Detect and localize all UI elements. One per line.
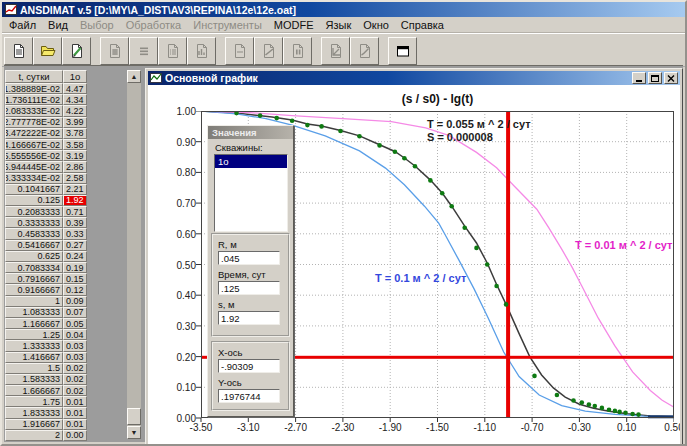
cell-value[interactable]: 0.01 [63, 419, 87, 430]
table-row[interactable]: 1.4166670.03 [5, 352, 87, 363]
table-row[interactable]: 1.750.01 [5, 396, 87, 407]
cell-time[interactable]: 1.166667 [5, 318, 63, 329]
table-row[interactable]: 1.0833330.07 [5, 307, 87, 318]
cell-value[interactable]: 0.24 [63, 251, 87, 262]
cell-value[interactable]: 0.00 [63, 430, 87, 441]
table-row[interactable]: 1.1666670.05 [5, 318, 87, 329]
cell-value[interactable]: 0.02 [63, 385, 87, 396]
values-panel-title[interactable]: Значения [208, 126, 293, 139]
scroll-up-icon[interactable]: ▲ [127, 70, 141, 83]
cell-value[interactable]: 0.33 [63, 228, 87, 239]
cell-time[interactable]: 2.777778E-02 [5, 117, 63, 128]
cell-time[interactable]: 5.555556E-02 [5, 150, 63, 161]
cell-time[interactable]: 0.3333333 [5, 217, 63, 228]
menu-item-Справка[interactable]: Справка [395, 18, 450, 32]
cell-value-selected[interactable]: 1.92 [63, 195, 87, 206]
cell-time[interactable]: 1.583333 [5, 374, 63, 385]
cell-value[interactable]: 0.04 [63, 329, 87, 340]
cell-time[interactable]: 1.833333 [5, 407, 63, 418]
edit-pencil-button[interactable] [62, 37, 91, 65]
cell-value[interactable]: 2.21 [63, 184, 87, 195]
y-axis-field[interactable] [218, 389, 280, 403]
table-row[interactable]: 1.9166670.01 [5, 419, 87, 430]
menu-item-MODFE[interactable]: MODFE [268, 18, 320, 32]
cell-value[interactable]: 0.19 [63, 262, 87, 273]
table-row[interactable]: 1.3333330.03 [5, 340, 87, 351]
cell-value[interactable]: 0.27 [63, 240, 87, 251]
cell-value[interactable]: 2.58 [63, 173, 87, 184]
table-row[interactable]: 4.166667E-023.58 [5, 139, 87, 150]
table-row[interactable]: 1.388889E-024.47 [5, 83, 87, 94]
table-row[interactable]: 0.54166670.27 [5, 240, 87, 251]
cell-time[interactable]: 0.7916667 [5, 273, 63, 284]
cell-time[interactable]: 0.2083333 [5, 206, 63, 217]
s-field[interactable] [218, 311, 280, 325]
table-row[interactable]: 2.083333E-024.22 [5, 105, 87, 116]
cell-value[interactable]: 0.02 [63, 374, 87, 385]
menu-item-Окно[interactable]: Окно [357, 18, 395, 32]
cell-time[interactable]: 1.916667 [5, 419, 63, 430]
column-header-time[interactable]: t, сутки [5, 70, 63, 83]
cell-time[interactable]: 0.625 [5, 251, 63, 262]
menu-item-Вид[interactable]: Вид [42, 18, 74, 32]
cell-value[interactable]: 4.22 [63, 105, 87, 116]
cell-time[interactable]: 0.9166667 [5, 284, 63, 295]
table-row[interactable]: 20.00 [5, 430, 87, 441]
app-titlebar[interactable]: ANSDIMAT v.5 [D:\MY\A_DIST\AV3\REPINA\12… [2, 2, 685, 17]
well-list-item[interactable]: 1o [215, 155, 287, 168]
table-row[interactable]: 0.6250.24 [5, 251, 87, 262]
close-icon[interactable] [664, 72, 678, 84]
cell-time[interactable]: 1.75 [5, 396, 63, 407]
cell-time[interactable]: 1.666667 [5, 385, 63, 396]
cell-time[interactable]: 1.083333 [5, 307, 63, 318]
table-row[interactable]: 6.944445E-022.86 [5, 161, 87, 172]
table-row[interactable]: 10.09 [5, 296, 87, 307]
open-folder-button[interactable] [33, 37, 62, 65]
cell-value[interactable]: 4.34 [63, 94, 87, 105]
cell-value[interactable]: 0.39 [63, 217, 87, 228]
cell-time[interactable]: 0.7083334 [5, 262, 63, 273]
menu-item-Язык[interactable]: Язык [320, 18, 358, 32]
cell-time[interactable]: 0.125 [5, 195, 63, 206]
cell-time[interactable]: 0.1041667 [5, 184, 63, 195]
cell-value[interactable]: 0.15 [63, 273, 87, 284]
table-row[interactable]: 0.91666670.12 [5, 284, 87, 295]
cell-value[interactable]: 0.12 [63, 284, 87, 295]
x-axis-field[interactable] [218, 359, 280, 373]
column-header-well[interactable]: 1o [63, 70, 87, 83]
cell-time[interactable]: 1.5 [5, 363, 63, 374]
table-row[interactable]: 0.10416672.21 [5, 184, 87, 195]
cell-time[interactable]: 3.472222E-02 [5, 128, 63, 139]
table-row[interactable]: 1.8333330.01 [5, 407, 87, 418]
cell-time[interactable]: 6.944445E-02 [5, 161, 63, 172]
table-row[interactable]: 8.333334E-022.58 [5, 173, 87, 184]
table-row[interactable]: 0.45833330.33 [5, 228, 87, 239]
table-row[interactable]: 5.555556E-023.19 [5, 150, 87, 161]
cell-value[interactable]: 0.01 [63, 407, 87, 418]
cell-value[interactable]: 0.09 [63, 296, 87, 307]
cell-time[interactable]: 1.736111E-02 [5, 94, 63, 105]
cell-time[interactable]: 2.083333E-02 [5, 105, 63, 116]
cell-time[interactable]: 4.166667E-02 [5, 139, 63, 150]
table-row[interactable]: 1.250.04 [5, 329, 87, 340]
table-row[interactable]: 3.472222E-023.78 [5, 128, 87, 139]
cell-value[interactable]: 3.99 [63, 117, 87, 128]
cell-time[interactable]: 1.388889E-02 [5, 83, 63, 94]
cell-time[interactable]: 8.333334E-02 [5, 173, 63, 184]
table-row[interactable]: 0.79166670.15 [5, 273, 87, 284]
table-row[interactable]: 1.736111E-024.34 [5, 94, 87, 105]
cell-time[interactable]: 0.5416667 [5, 240, 63, 251]
cell-time[interactable]: 1 [5, 296, 63, 307]
time-field[interactable] [218, 281, 280, 295]
table-row[interactable]: 0.70833340.19 [5, 262, 87, 273]
cell-time[interactable]: 1.333333 [5, 340, 63, 351]
window-frame-button[interactable] [388, 37, 417, 65]
new-document-button[interactable] [4, 37, 33, 65]
table-row[interactable]: 2.777778E-023.99 [5, 117, 87, 128]
chart-titlebar[interactable]: Основной график [148, 71, 680, 85]
cell-value[interactable]: 0.02 [63, 363, 87, 374]
scroll-down-icon[interactable]: ▼ [127, 426, 141, 439]
r-field[interactable] [218, 251, 280, 265]
cell-value[interactable]: 0.03 [63, 340, 87, 351]
table-row[interactable]: 1.5833330.02 [5, 374, 87, 385]
